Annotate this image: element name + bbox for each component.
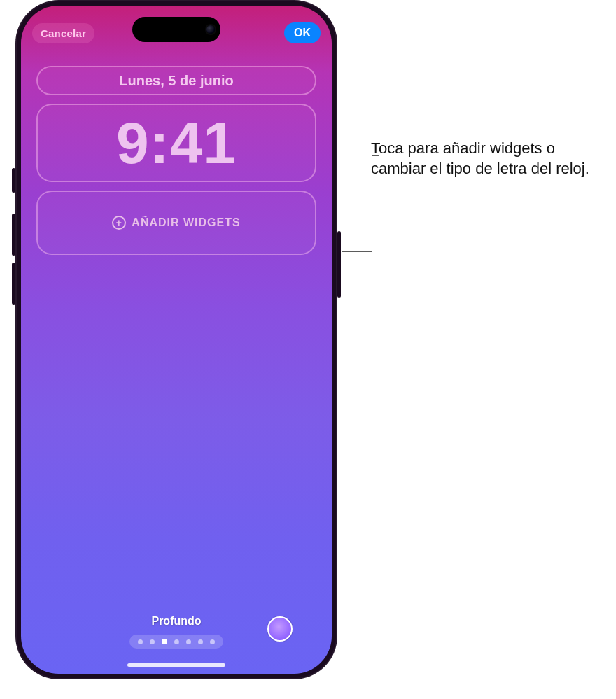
home-indicator (127, 663, 225, 667)
add-widgets-slot[interactable]: + AÑADIR WIDGETS (36, 191, 316, 255)
dynamic-island (132, 17, 220, 42)
clock-time: 9:41 (116, 113, 237, 172)
camera-icon (206, 25, 215, 34)
cancel-button[interactable]: Cancelar (32, 23, 94, 43)
color-picker-swatch[interactable] (267, 616, 293, 642)
side-power-button (337, 231, 341, 298)
pager-dot[interactable] (138, 639, 143, 644)
iphone-screen: Cancelar OK Lunes, 5 de junio 9:41 + AÑA… (21, 6, 332, 674)
wallpaper-style-pager[interactable] (130, 635, 223, 649)
pager-dot[interactable] (186, 639, 191, 644)
callout-text: Toca para añadir widgets o cambiar el ti… (371, 139, 602, 179)
pager-dot[interactable] (210, 639, 215, 644)
ok-button[interactable]: OK (284, 22, 321, 43)
pager-dot[interactable] (150, 639, 155, 644)
callout-bracket (342, 67, 372, 252)
pager-dot[interactable] (174, 639, 179, 644)
add-widgets-label: AÑADIR WIDGETS (132, 216, 240, 229)
pager-dot[interactable] (198, 639, 203, 644)
date-widget-slot[interactable]: Lunes, 5 de junio (36, 66, 316, 95)
side-volume-down (12, 263, 15, 305)
plus-circle-icon: + (112, 216, 126, 230)
iphone-frame: Cancelar OK Lunes, 5 de junio 9:41 + AÑA… (15, 0, 337, 679)
date-label: Lunes, 5 de junio (119, 73, 233, 89)
wallpaper-style-name: Profundo (151, 615, 201, 628)
side-volume-up (12, 214, 15, 256)
pager-dot[interactable] (162, 639, 167, 644)
side-silent-switch (12, 168, 15, 193)
clock-widget-slot[interactable]: 9:41 (36, 104, 316, 182)
